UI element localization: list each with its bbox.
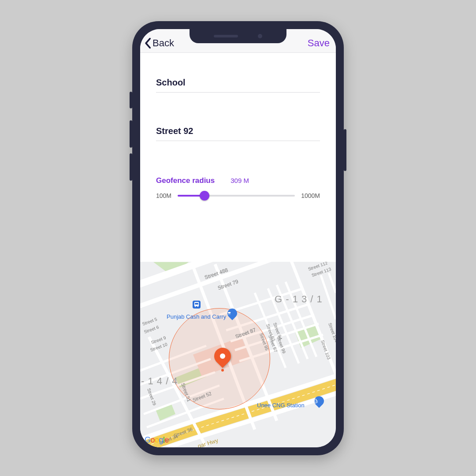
bus-stop-icon[interactable] (193, 301, 201, 309)
back-label: Back (152, 37, 174, 49)
slider-max: 1000M (301, 192, 320, 199)
poi-label-shop[interactable]: Punjab Cash and Carry (167, 313, 226, 320)
pin-icon (211, 344, 234, 368)
svg-point-7 (195, 306, 196, 307)
svg-point-8 (197, 306, 198, 307)
map-view[interactable]: G - 1 3 / 1 - 1 4 / 4 Punjab Cash and Ca… (140, 262, 336, 447)
place-name-field[interactable]: School (156, 75, 320, 93)
speaker-grille (214, 35, 238, 37)
area-label-2: - 1 4 / 4 (141, 376, 178, 387)
screen: Back Save School Street 92 Geofence radi… (140, 29, 336, 447)
form-panel: School Street 92 Geofence radius 309 M 1… (140, 53, 336, 262)
radius-slider[interactable] (178, 191, 295, 200)
slider-min: 100M (156, 192, 171, 199)
location-pin[interactable] (214, 348, 234, 367)
phone-frame: Back Save School Street 92 Geofence radi… (132, 21, 344, 455)
front-camera (258, 34, 262, 38)
geofence-section: Geofence radius 309 M 100M 1000M (156, 176, 320, 200)
power-button (344, 129, 346, 171)
volume-up-button (130, 120, 132, 148)
poi-pin-shop[interactable] (227, 309, 238, 323)
slider-thumb[interactable] (200, 191, 209, 201)
chevron-left-icon (144, 37, 152, 49)
address-field[interactable]: Street 92 (156, 123, 320, 141)
geofence-label: Geofence radius (156, 176, 215, 185)
mute-switch (130, 92, 132, 108)
notch (190, 29, 286, 43)
back-button[interactable]: Back (144, 37, 174, 49)
save-button[interactable]: Save (308, 37, 330, 49)
geofence-value: 309 M (231, 177, 249, 184)
poi-label-fuel[interactable]: Unee CNG Station (257, 402, 305, 409)
google-logo: Google (145, 435, 169, 445)
volume-down-button (130, 153, 132, 181)
cart-icon (227, 311, 232, 316)
svg-rect-6 (195, 303, 198, 305)
fuel-icon (313, 398, 319, 404)
poi-pin-fuel[interactable] (314, 396, 325, 410)
area-label-1: G - 1 3 / 1 (275, 294, 323, 305)
